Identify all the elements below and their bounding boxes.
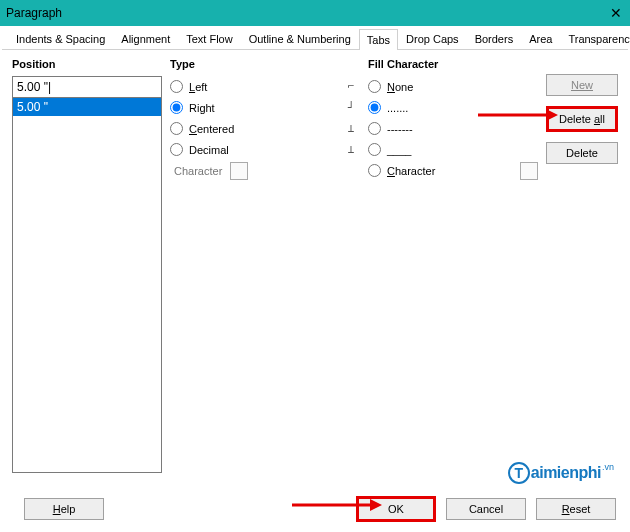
type-section: Type Left⌐Right┘Centered⊥Decimal⊥ Charac… <box>170 58 360 473</box>
position-list[interactable]: 5.00 " <box>12 98 162 473</box>
tab-align-icon: ┘ <box>342 101 360 114</box>
help-button[interactable]: Help <box>24 498 104 520</box>
dialog-footer: Help OK Cancel Reset <box>0 496 630 522</box>
type-option-decimal[interactable]: Decimal⊥ <box>170 139 360 160</box>
fill-section: Fill Character None.......-------____Cha… <box>368 58 538 473</box>
fill-radio[interactable] <box>368 164 381 177</box>
ok-button[interactable]: OK <box>356 496 436 522</box>
watermark: T aimienphi .vn <box>508 462 614 484</box>
type-radio-label: Left <box>189 81 336 93</box>
tab-strip: Indents & SpacingAlignmentText FlowOutli… <box>2 28 628 50</box>
side-buttons: New Delete all Delete <box>546 58 618 473</box>
tab-alignment[interactable]: Alignment <box>113 28 178 49</box>
close-icon[interactable]: ✕ <box>584 5 624 21</box>
fill-radio[interactable] <box>368 80 381 93</box>
type-character-label: Character <box>174 165 222 177</box>
tab-align-icon: ⊥ <box>342 143 360 156</box>
type-radio[interactable] <box>170 122 183 135</box>
fill-radio-label: Character <box>387 165 514 177</box>
fill-radio[interactable] <box>368 101 381 114</box>
tab-align-icon: ⌐ <box>342 80 360 93</box>
fill-label: Fill Character <box>368 58 538 70</box>
position-list-item[interactable]: 5.00 " <box>13 98 161 116</box>
position-section: Position 5.00 " <box>12 58 162 473</box>
fill-option-1[interactable]: ....... <box>368 97 538 118</box>
type-radio-label: Centered <box>189 123 336 135</box>
type-option-left[interactable]: Left⌐ <box>170 76 360 97</box>
cancel-button[interactable]: Cancel <box>446 498 526 520</box>
type-radio-label: Right <box>189 102 336 114</box>
type-label: Type <box>170 58 360 70</box>
tab-drop-caps[interactable]: Drop Caps <box>398 28 467 49</box>
type-radio[interactable] <box>170 143 183 156</box>
tab-text-flow[interactable]: Text Flow <box>178 28 240 49</box>
window-title: Paragraph <box>6 6 584 20</box>
type-radio-label: Decimal <box>189 144 336 156</box>
dialog-body: Indents & SpacingAlignmentText FlowOutli… <box>0 26 630 473</box>
tab-area[interactable]: Area <box>521 28 560 49</box>
tab-tabs[interactable]: Tabs <box>359 29 398 50</box>
type-option-right[interactable]: Right┘ <box>170 97 360 118</box>
title-bar: Paragraph ✕ <box>0 0 630 26</box>
tab-transparency[interactable]: Transparency <box>560 28 630 49</box>
new-button[interactable]: New <box>546 74 618 96</box>
fill-option-4[interactable]: Character <box>368 160 538 181</box>
position-label: Position <box>12 58 162 70</box>
fill-option-0[interactable]: None <box>368 76 538 97</box>
reset-button[interactable]: Reset <box>536 498 616 520</box>
type-radio[interactable] <box>170 101 183 114</box>
fill-radio-label: ....... <box>387 102 538 114</box>
position-input[interactable] <box>12 76 162 98</box>
fill-option-3[interactable]: ____ <box>368 139 538 160</box>
fill-radio[interactable] <box>368 143 381 156</box>
fill-radio-label: ------- <box>387 123 538 135</box>
type-character-box[interactable] <box>230 162 248 180</box>
fill-radio[interactable] <box>368 122 381 135</box>
fill-character-box[interactable] <box>520 162 538 180</box>
tab-indents-spacing[interactable]: Indents & Spacing <box>8 28 113 49</box>
type-radio[interactable] <box>170 80 183 93</box>
type-option-centered[interactable]: Centered⊥ <box>170 118 360 139</box>
tab-content: Position 5.00 " Type Left⌐Right┘Centered… <box>2 50 628 473</box>
delete-button[interactable]: Delete <box>546 142 618 164</box>
fill-radio-label: ____ <box>387 144 538 156</box>
type-character-row: Character <box>170 162 360 180</box>
tab-borders[interactable]: Borders <box>467 28 522 49</box>
delete-all-button[interactable]: Delete all <box>546 106 618 132</box>
tab-outline-numbering[interactable]: Outline & Numbering <box>241 28 359 49</box>
tab-align-icon: ⊥ <box>342 122 360 135</box>
fill-radio-label: None <box>387 81 538 93</box>
fill-option-2[interactable]: ------- <box>368 118 538 139</box>
